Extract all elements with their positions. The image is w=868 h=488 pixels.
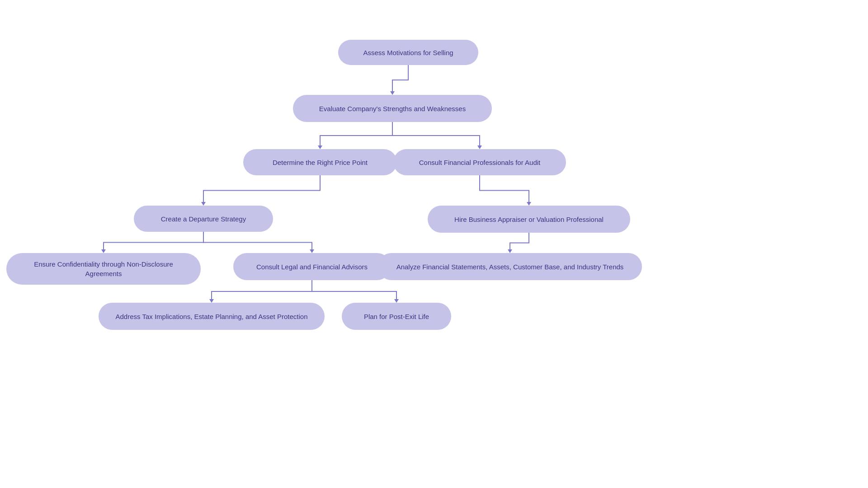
flowchart-diagram: Assess Motivations for SellingEvaluate C… — [0, 0, 868, 488]
svg-marker-7 — [508, 249, 512, 253]
svg-marker-5 — [101, 249, 106, 253]
node-plan_post: Plan for Post-Exit Life — [342, 303, 451, 330]
node-address_tax: Address Tax Implications, Estate Plannin… — [99, 303, 325, 330]
node-determine: Determine the Right Price Point — [243, 149, 397, 175]
node-create_dep: Create a Departure Strategy — [134, 206, 273, 232]
svg-marker-6 — [310, 249, 314, 253]
svg-marker-1 — [318, 145, 322, 149]
node-consult_legal: Consult Legal and Financial Advisors — [233, 253, 391, 280]
svg-marker-0 — [390, 91, 395, 95]
node-assess: Assess Motivations for Selling — [338, 40, 478, 65]
node-evaluate: Evaluate Company's Strengths and Weaknes… — [293, 95, 492, 122]
node-ensure_conf: Ensure Confidentiality through Non-Discl… — [6, 253, 201, 285]
svg-marker-3 — [201, 202, 206, 206]
svg-marker-9 — [394, 299, 399, 303]
node-consult_fin: Consult Financial Professionals for Audi… — [393, 149, 566, 175]
svg-marker-8 — [209, 299, 214, 303]
connector-lines — [0, 0, 868, 488]
svg-marker-2 — [477, 145, 482, 149]
svg-marker-4 — [527, 202, 531, 206]
node-hire_biz: Hire Business Appraiser or Valuation Pro… — [428, 206, 630, 233]
node-analyze_fin: Analyze Financial Statements, Assets, Cu… — [378, 253, 642, 280]
